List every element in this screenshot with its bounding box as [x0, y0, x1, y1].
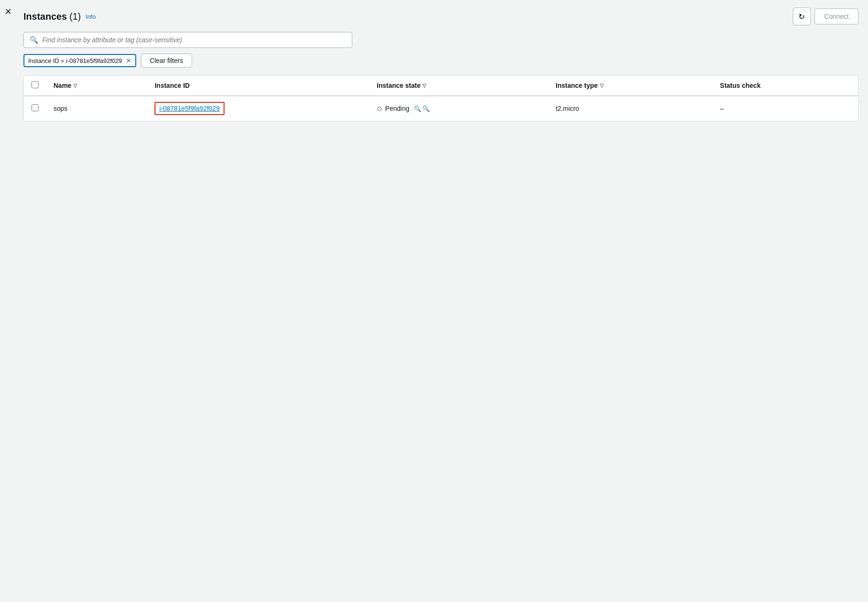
refresh-icon: ↻ [798, 12, 805, 21]
filter-row: Instance ID = i-08781e5f9fa92f029 ✕ Clea… [9, 54, 859, 68]
filter-tag-close-button[interactable]: ✕ [126, 57, 132, 64]
header-right: ↻ Connect [793, 8, 859, 25]
select-all-checkbox[interactable] [31, 81, 39, 88]
row-instance-id-cell: i-08781e5f9fa92f029 [147, 96, 369, 121]
close-button[interactable]: ✕ [5, 8, 12, 16]
zoom-out-icon[interactable]: 🔍 [422, 105, 430, 112]
pending-state-icon: ⊙ [377, 105, 382, 112]
table-row: sops i-08781e5f9fa92f029 ⊙ Pending 🔍 [24, 96, 858, 121]
instance-type-sort-icon: ▽ [600, 83, 604, 89]
table-header-row: Name ▽ Instance ID Instance state ▽ [24, 76, 858, 96]
header-instance-state[interactable]: Instance state ▽ [369, 76, 548, 96]
zoom-in-icon[interactable]: 🔍 [414, 105, 421, 112]
connect-button[interactable]: Connect [814, 8, 859, 24]
header-instance-type[interactable]: Instance type ▽ [548, 76, 713, 96]
header-checkbox-cell [24, 76, 46, 96]
row-checkbox-cell [24, 96, 46, 121]
search-input-wrapper: 🔍 [23, 32, 352, 48]
search-icon: 🔍 [30, 36, 39, 44]
state-zoom-icons: 🔍 🔍 [414, 105, 430, 112]
search-input[interactable] [42, 36, 346, 44]
header-left: Instances (1) Info [23, 11, 96, 22]
row-name: sops [46, 96, 147, 121]
instance-id-link[interactable]: i-08781e5f9fa92f029 [159, 105, 219, 112]
header-name[interactable]: Name ▽ [46, 76, 147, 96]
page-wrapper: ✕ Instances (1) Info ↻ Connect 🔍 Instanc… [0, 0, 868, 602]
instance-id-highlight: i-08781e5f9fa92f029 [155, 102, 224, 115]
instances-count: (1) [70, 11, 81, 22]
state-text: Pending [385, 105, 409, 112]
instances-table: Name ▽ Instance ID Instance state ▽ [24, 76, 858, 121]
row-status-check: – [713, 96, 858, 121]
search-bar-container: 🔍 [9, 32, 859, 48]
row-checkbox[interactable] [31, 104, 39, 111]
state-cell: ⊙ Pending 🔍 🔍 [377, 105, 541, 112]
name-sort-icon: ▽ [73, 83, 77, 89]
page-title: Instances (1) [23, 11, 81, 22]
filter-tag: Instance ID = i-08781e5f9fa92f029 ✕ [23, 54, 136, 67]
header-instance-id: Instance ID [147, 76, 369, 96]
instance-state-sort-icon: ▽ [422, 83, 426, 89]
header-status-check: Status check [713, 76, 858, 96]
row-instance-state: ⊙ Pending 🔍 🔍 [369, 96, 548, 121]
header-row: Instances (1) Info ↻ Connect [9, 8, 859, 25]
filter-tag-text: Instance ID = i-08781e5f9fa92f029 [28, 57, 122, 64]
instances-table-container: Name ▽ Instance ID Instance state ▽ [23, 75, 859, 122]
row-instance-type: t2.micro [548, 96, 713, 121]
refresh-button[interactable]: ↻ [793, 8, 811, 25]
clear-filters-button[interactable]: Clear filters [141, 54, 192, 68]
info-link[interactable]: Info [85, 13, 96, 20]
